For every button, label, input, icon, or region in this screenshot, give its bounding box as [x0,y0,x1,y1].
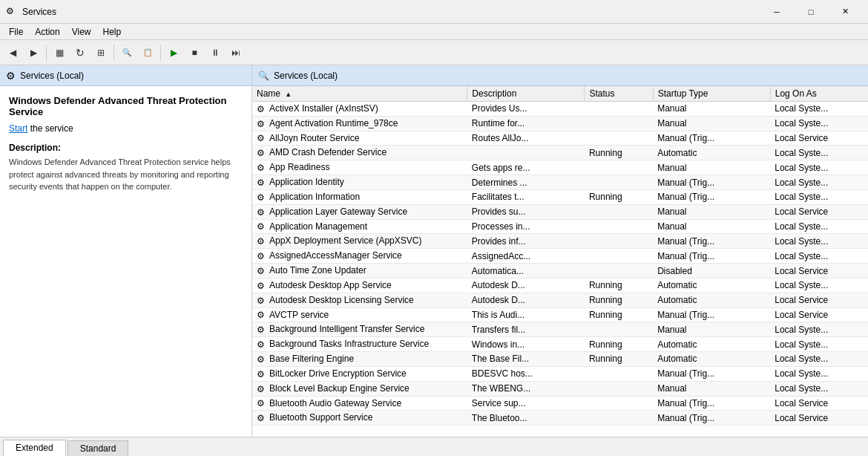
left-panel-title: Services (Local) [20,71,84,81]
table-row[interactable]: ⚙App ReadinessGets apps re...ManualLocal… [252,160,868,175]
cell-name: ⚙AssignedAccessManager Service [252,249,467,264]
cell-logon: Local Syste... [770,352,868,367]
table-row[interactable]: ⚙AppX Deployment Service (AppXSVC)Provid… [252,234,868,249]
right-panel-header: 🔍 Services (Local) [252,65,868,86]
cell-startup: Manual (Trig... [653,175,770,190]
right-panel-search-icon: 🔍 [258,71,269,81]
cell-name: ⚙ActiveX Installer (AxInstSV) [252,102,467,117]
table-row[interactable]: ⚙AllJoyn Router ServiceRoutes AllJo...Ma… [252,131,868,146]
table-row[interactable]: ⚙Application InformationFacilitates t...… [252,189,868,204]
filter-button[interactable]: 🔍 [117,43,137,62]
cell-description: Determines ... [467,175,585,190]
cell-logon: Local Syste... [770,102,868,117]
table-row[interactable]: ⚙Autodesk Desktop App ServiceAutodesk D.… [252,278,868,293]
tab-standard[interactable]: Standard [68,440,129,456]
table-row[interactable]: ⚙Background Tasks Infrastructure Service… [252,337,868,352]
service-name-text: Application Layer Gateway Service [269,206,407,217]
back-button[interactable]: ◀ [3,43,22,62]
table-row[interactable]: ⚙Base Filtering EngineThe Base Fil...Run… [252,352,868,367]
resume-service-button[interactable]: ⏭ [226,43,246,62]
table-row[interactable]: ⚙Block Level Backup Engine ServiceThe WB… [252,381,868,396]
main-content: ⚙ Services (Local) Windows Defender Adva… [0,65,868,437]
service-name-text: Autodesk Desktop Licensing Service [269,295,414,305]
menu-item-action[interactable]: Action [29,25,65,39]
services-table-container[interactable]: Name ▲ Description Status Startup Type L… [252,86,868,437]
cell-logon: Local Syste... [770,366,868,381]
cell-status [585,411,653,426]
cell-description: The WBENG... [467,381,585,396]
col-header-description[interactable]: Description [467,86,585,102]
cell-name: ⚙BitLocker Drive Encryption Service [252,366,467,381]
table-row[interactable]: ⚙AMD Crash Defender ServiceRunningAutoma… [252,146,868,160]
table-row[interactable]: ⚙Auto Time Zone UpdaterAutomatica...Disa… [252,264,868,279]
service-row-icon: ⚙ [257,325,267,335]
cell-status: Running [585,337,653,352]
service-name-text: Agent Activation Runtime_978ce [269,118,398,128]
cell-startup: Automatic [653,337,770,352]
table-row[interactable]: ⚙Bluetooth Support ServiceThe Bluetoo...… [252,411,868,426]
cell-logon: Local Syste... [770,234,868,249]
minimize-button[interactable]: ─ [760,0,794,24]
refresh-button[interactable]: ↻ [70,43,90,62]
service-name-text: Auto Time Zone Updater [269,265,366,276]
cell-description: Autodesk D... [467,293,585,307]
properties-button[interactable]: 📋 [138,43,157,62]
col-header-logon[interactable]: Log On As [770,86,868,102]
cell-startup: Manual [653,322,770,337]
cell-startup: Manual [653,381,770,396]
service-name-text: Application Information [269,192,360,202]
forward-button[interactable]: ▶ [24,43,43,62]
table-row[interactable]: ⚙Application Layer Gateway ServiceProvid… [252,204,868,219]
close-button[interactable]: ✕ [828,0,862,24]
table-row[interactable]: ⚙AssignedAccessManager ServiceAssignedAc… [252,249,868,264]
cell-name: ⚙AMD Crash Defender Service [252,146,467,160]
service-row-icon: ⚙ [257,148,267,158]
table-row[interactable]: ⚙Application IdentityDetermines ...Manua… [252,175,868,190]
table-row[interactable]: ⚙AVCTP serviceThis is Audi...RunningManu… [252,307,868,322]
menu-item-help[interactable]: Help [97,25,128,39]
tab-extended[interactable]: Extended [3,440,66,456]
start-service-link[interactable]: Start [9,123,27,134]
service-name-text: Base Filtering Engine [269,354,354,364]
col-header-startup[interactable]: Startup Type [653,86,770,102]
table-row[interactable]: ⚙Agent Activation Runtime_978ceRuntime f… [252,116,868,131]
cell-description: Transfers fil... [467,322,585,337]
show-hide-button[interactable]: ▦ [50,43,69,62]
cell-name: ⚙Bluetooth Audio Gateway Service [252,396,467,411]
cell-description: AssignedAcc... [467,249,585,264]
table-row[interactable]: ⚙Background Intelligent Transfer Service… [252,322,868,337]
service-name-text: Background Intelligent Transfer Service [269,324,424,334]
cell-description: Automatica... [467,264,585,279]
service-action: Start the service [9,123,243,134]
action-suffix: the service [27,123,73,134]
cell-status [585,131,653,146]
cell-name: ⚙Base Filtering Engine [252,352,467,367]
cell-status [585,396,653,411]
table-row[interactable]: ⚙BitLocker Drive Encryption ServiceBDESV… [252,366,868,381]
table-row[interactable]: ⚙Application ManagementProcesses in...Ma… [252,219,868,234]
service-row-icon: ⚙ [257,207,267,218]
table-row[interactable]: ⚙Autodesk Desktop Licensing ServiceAutod… [252,293,868,307]
cell-status: Running [585,307,653,322]
menu-item-view[interactable]: View [66,25,97,39]
service-name-text: Bluetooth Support Service [269,412,372,423]
cell-name: ⚙Application Management [252,219,467,234]
maximize-button[interactable]: □ [794,0,828,24]
service-name-text: Background Tasks Infrastructure Service [269,339,429,349]
pause-service-button[interactable]: ⏸ [206,43,225,62]
right-panel: 🔍 Services (Local) Name ▲ Description St… [252,65,868,437]
cell-startup: Manual (Trig... [653,307,770,322]
start-service-button[interactable]: ▶ [164,43,183,62]
menu-item-file[interactable]: File [3,25,29,39]
table-row[interactable]: ⚙ActiveX Installer (AxInstSV)Provides Us… [252,102,868,117]
col-header-name[interactable]: Name ▲ [252,86,467,102]
toolbar-separator-1 [46,45,47,61]
export-button[interactable]: ⊞ [91,43,111,62]
table-row[interactable]: ⚙Bluetooth Audio Gateway ServiceService … [252,396,868,411]
col-header-status[interactable]: Status [585,86,653,102]
cell-status [585,204,653,219]
window-title: Services [22,7,760,17]
cell-name: ⚙App Readiness [252,160,467,175]
stop-service-button[interactable]: ■ [185,43,204,62]
service-name-text: Block Level Backup Engine Service [269,383,410,394]
